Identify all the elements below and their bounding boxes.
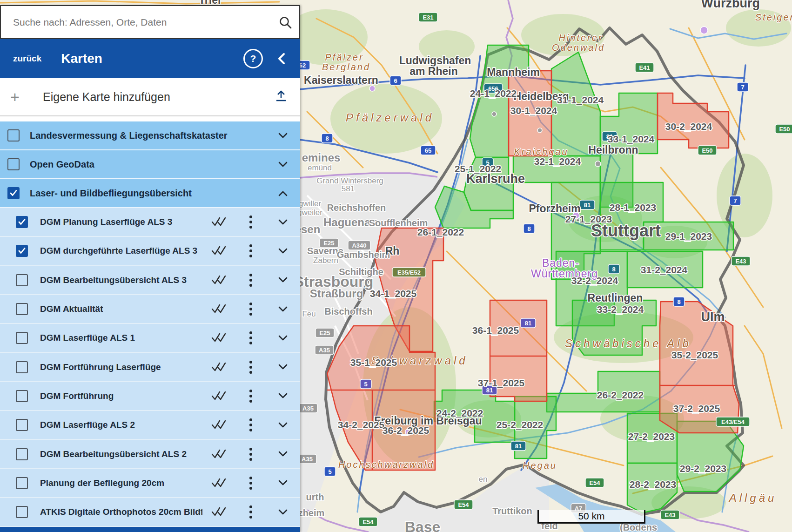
svg-text:8: 8 (677, 298, 680, 305)
expand-chevron-icon[interactable] (266, 479, 300, 486)
expand-chevron-icon[interactable] (266, 161, 300, 168)
place-label: Mannheim (487, 66, 540, 78)
layer-row-6[interactable]: DGM Fortführung (0, 382, 300, 411)
flight-block-label: 33-2_2024 (597, 304, 644, 315)
road-shield: A35 (298, 454, 316, 464)
search-icon[interactable] (271, 15, 299, 29)
select-all-icon[interactable] (202, 420, 236, 430)
collapse-chevron-icon[interactable] (266, 190, 300, 197)
layer-row-7[interactable]: DGM Laserflüge ALS 2 (0, 411, 300, 440)
city-dot (537, 128, 542, 133)
kebab-menu-icon[interactable] (236, 331, 266, 345)
spacer (0, 116, 300, 121)
expand-chevron-icon[interactable] (266, 219, 300, 226)
place-label: Pforzheim (529, 202, 580, 215)
expand-chevron-icon[interactable] (266, 335, 300, 342)
checkbox[interactable] (16, 506, 28, 518)
back-button[interactable]: zurück (13, 54, 41, 64)
checkbox[interactable] (16, 216, 28, 228)
checkbox[interactable] (16, 448, 28, 460)
layer-row-8[interactable]: DGM Bearbeitungsübersicht ALS 2 (0, 440, 300, 469)
layer-row-3[interactable]: DGM Aktualität (0, 295, 300, 324)
place-label: 581 (342, 184, 355, 193)
select-all-icon[interactable] (202, 507, 236, 517)
place-label: Base (405, 519, 441, 532)
expand-chevron-icon[interactable] (266, 509, 300, 516)
checkbox[interactable] (7, 158, 20, 170)
select-all-icon[interactable] (202, 304, 236, 314)
add-own-map-label: Eigene Karte hinzufügen (43, 90, 170, 104)
kebab-menu-icon[interactable] (236, 302, 266, 316)
select-all-icon[interactable] (202, 333, 236, 343)
expand-chevron-icon[interactable] (266, 392, 300, 399)
svg-text:A35: A35 (319, 347, 330, 354)
select-all-icon[interactable] (202, 391, 236, 401)
road-shield: 81 (521, 318, 536, 328)
expand-chevron-icon[interactable] (266, 276, 300, 283)
layer-row-0[interactable]: DGM Planung Laserflüge ALS 3 (0, 208, 300, 237)
select-all-icon[interactable] (202, 217, 236, 227)
checkbox[interactable] (16, 332, 28, 344)
category-label: Landesvermessung & Liegenschaftskataster (30, 130, 228, 141)
kebab-menu-icon[interactable] (236, 389, 266, 403)
kebab-menu-icon[interactable] (236, 244, 266, 258)
checkbox[interactable] (16, 419, 28, 431)
layer-row-10[interactable]: ATKIS Digitale Orthophotos 20cm Bildflug… (0, 498, 300, 527)
kebab-menu-icon[interactable] (236, 215, 266, 229)
checkbox[interactable] (16, 390, 28, 402)
kebab-menu-icon[interactable] (236, 476, 266, 490)
expand-chevron-icon[interactable] (266, 306, 300, 313)
place-label: en (479, 475, 488, 484)
svg-text:E54: E54 (362, 519, 374, 525)
select-all-icon[interactable] (202, 449, 236, 459)
expand-chevron-icon[interactable] (266, 248, 300, 255)
select-all-icon[interactable] (202, 362, 236, 372)
select-all-icon[interactable] (202, 275, 236, 285)
add-own-map-row[interactable]: + Eigene Karte hinzufügen (0, 78, 300, 116)
category-row-0[interactable]: Landesvermessung & Liegenschaftskataster (0, 121, 300, 150)
checkbox[interactable] (16, 361, 28, 373)
upload-icon[interactable] (275, 90, 287, 104)
checkbox[interactable] (7, 187, 20, 199)
kebab-menu-icon[interactable] (236, 418, 266, 432)
layer-row-4[interactable]: DGM Laserflüge ALS 1 (0, 324, 300, 353)
checkbox[interactable] (16, 245, 28, 257)
place-label: zheim (298, 508, 325, 518)
checkbox[interactable] (16, 274, 28, 286)
checkbox[interactable] (16, 303, 28, 315)
layer-label: DGM durchgeführte Laserflüge ALS 3 (40, 246, 197, 256)
expand-chevron-icon[interactable] (266, 451, 300, 458)
svg-text:8: 8 (527, 225, 530, 232)
checkbox[interactable] (16, 477, 28, 489)
kebab-menu-icon[interactable] (236, 505, 266, 519)
layer-row-2[interactable]: DGM Bearbeitungsübersicht ALS 3 (0, 266, 300, 295)
help-icon[interactable]: ? (243, 49, 263, 68)
city-dot (700, 27, 708, 34)
flight-block-label: 36-2_2025 (383, 425, 430, 436)
place-label: (Bodens (620, 522, 657, 532)
category-row-2[interactable]: Laser- und Bildbefliegungsübersicht (0, 179, 300, 208)
road-shield: E43/E54 (716, 417, 750, 426)
select-all-icon[interactable] (202, 246, 236, 256)
category-row-1[interactable]: Open GeoData (0, 150, 300, 179)
expand-chevron-icon[interactable] (266, 132, 300, 139)
kebab-menu-icon[interactable] (236, 360, 266, 374)
flight-block-label: 36-1_2025 (472, 325, 519, 336)
road-shield: E35/E52 (392, 268, 426, 277)
search-input[interactable] (1, 16, 271, 28)
flight-block-label: 34-1_2025 (370, 288, 417, 299)
layer-row-1[interactable]: DGM durchgeführte Laserflüge ALS 3 (0, 237, 300, 266)
collapse-panel-icon[interactable] (263, 53, 300, 65)
layer-row-5[interactable]: DGM Fortführung Laserflüge (0, 353, 300, 382)
svg-text:8: 8 (325, 135, 329, 142)
select-all-icon[interactable] (202, 478, 236, 488)
kebab-menu-icon[interactable] (236, 447, 266, 461)
expand-chevron-icon[interactable] (266, 364, 300, 370)
flight-block-label: 31-2_2024 (641, 264, 688, 275)
expand-chevron-icon[interactable] (266, 422, 300, 429)
checkbox[interactable] (7, 129, 20, 141)
svg-text:E31: E31 (423, 14, 433, 21)
flight-block-label: 37-2_2025 (673, 403, 720, 414)
kebab-menu-icon[interactable] (236, 273, 266, 287)
layer-row-9[interactable]: Planung der Befliegung 20cm (0, 469, 300, 498)
